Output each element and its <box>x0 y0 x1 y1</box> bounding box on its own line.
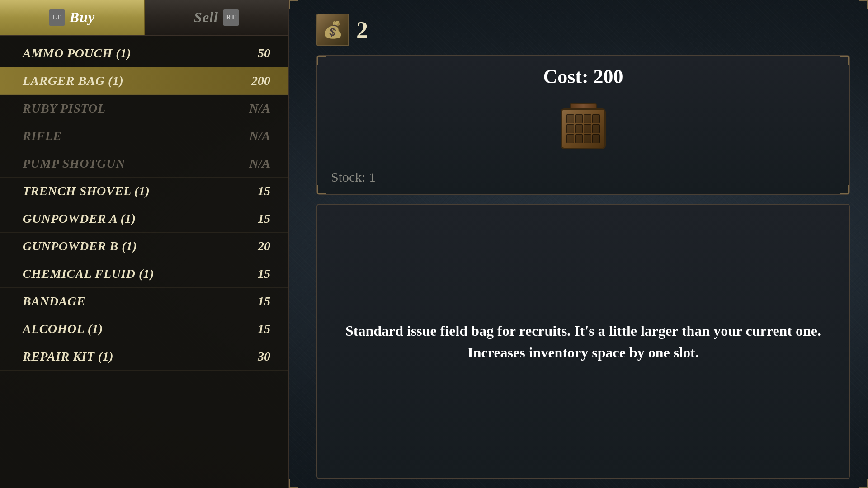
list-item[interactable]: PUMP SHOTGUNN/A <box>0 150 288 178</box>
item-price: 20 <box>258 239 270 253</box>
item-price: N/A <box>249 129 270 143</box>
tab-bar: LT Buy Sell RT <box>0 0 288 36</box>
item-name: TRENCH SHOVEL (1) <box>23 184 150 198</box>
item-list: AMMO POUCH (1)50LARGER BAG (1)200RUBY PI… <box>0 36 288 488</box>
item-name: GUNPOWDER B (1) <box>23 239 137 253</box>
item-name: ALCOHOL (1) <box>23 322 103 336</box>
item-name: PUMP SHOTGUN <box>23 156 125 171</box>
corner-bl <box>317 185 326 194</box>
item-stock: Stock: 1 <box>331 169 376 185</box>
list-item[interactable]: BANDAGE15 <box>0 288 288 315</box>
bag-cell <box>566 114 574 123</box>
corner-tl <box>289 0 298 9</box>
bag-cell <box>575 124 583 133</box>
list-item[interactable]: LARGER BAG (1)200 <box>0 67 288 95</box>
item-price: 30 <box>258 349 270 364</box>
bag-cell <box>566 134 574 143</box>
list-item[interactable]: RIFLEN/A <box>0 122 288 150</box>
buy-label: Buy <box>70 9 95 26</box>
list-item[interactable]: GUNPOWDER B (1)20 <box>0 233 288 260</box>
item-name: BANDAGE <box>23 294 85 309</box>
bag-cell <box>584 134 591 143</box>
list-item[interactable]: GUNPOWDER A (1)15 <box>0 205 288 233</box>
item-name: REPAIR KIT (1) <box>23 349 113 364</box>
bag-body <box>561 108 606 149</box>
bag-cell <box>584 124 591 133</box>
item-price: 200 <box>251 74 270 88</box>
sell-label: Sell <box>194 9 218 26</box>
bag-cell <box>575 114 583 123</box>
item-name: AMMO POUCH (1) <box>23 46 131 61</box>
item-price: 15 <box>258 294 270 309</box>
tab-sell[interactable]: Sell RT <box>145 0 288 35</box>
item-name: GUNPOWDER A (1) <box>23 211 136 226</box>
corner-br <box>840 185 849 194</box>
corner-tr <box>859 0 868 9</box>
left-panel: LT Buy Sell RT AMMO POUCH (1)50LARGER BA… <box>0 0 289 488</box>
corner-tl <box>317 56 326 65</box>
item-price: 50 <box>258 46 270 61</box>
tab-buy[interactable]: LT Buy <box>0 0 145 35</box>
item-price: N/A <box>249 101 270 116</box>
currency-row: 2 <box>316 9 850 46</box>
item-price: N/A <box>249 156 270 171</box>
bag-cell <box>575 134 583 143</box>
item-name: RUBY PISTOL <box>23 101 106 116</box>
bag-cell <box>566 124 574 133</box>
item-cost: Cost: 200 <box>543 65 623 88</box>
list-item[interactable]: ALCOHOL (1)15 <box>0 315 288 343</box>
lt-icon: LT <box>49 9 65 26</box>
item-name: CHEMICAL FLUID (1) <box>23 267 154 281</box>
shop-ui: LT Buy Sell RT AMMO POUCH (1)50LARGER BA… <box>0 0 868 488</box>
item-price: 15 <box>258 322 270 336</box>
corner-br <box>859 479 868 488</box>
list-item[interactable]: REPAIR KIT (1)30 <box>0 343 288 371</box>
bag-cell <box>592 124 600 133</box>
right-panel: 2 Cost: 200 <box>289 0 868 488</box>
currency-icon <box>316 14 349 46</box>
item-name: LARGER BAG (1) <box>23 74 123 88</box>
rt-icon: RT <box>223 9 239 26</box>
item-sprite <box>556 102 610 156</box>
item-price: 15 <box>258 267 270 281</box>
currency-amount: 2 <box>356 17 368 43</box>
list-item[interactable]: CHEMICAL FLUID (1)15 <box>0 260 288 288</box>
list-item[interactable]: AMMO POUCH (1)50 <box>0 40 288 67</box>
corner-bl <box>289 479 298 488</box>
item-price: 15 <box>258 184 270 198</box>
bag-cell <box>592 134 600 143</box>
item-image-area <box>547 93 619 165</box>
item-name: RIFLE <box>23 129 62 143</box>
bag-cell <box>584 114 591 123</box>
item-description-text: Standard issue field bag for recruits. I… <box>335 320 831 363</box>
item-preview-box: Cost: 200 <box>316 55 850 195</box>
bag-cell <box>592 114 600 123</box>
item-description-box: Standard issue field bag for recruits. I… <box>316 204 850 479</box>
list-item[interactable]: RUBY PISTOLN/A <box>0 95 288 122</box>
corner-tr <box>840 56 849 65</box>
item-price: 15 <box>258 211 270 226</box>
list-item[interactable]: TRENCH SHOVEL (1)15 <box>0 178 288 205</box>
